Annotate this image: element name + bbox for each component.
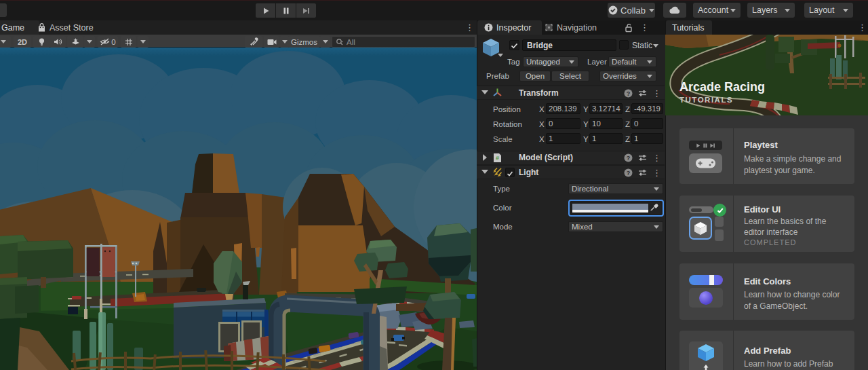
svg-text:?: ? bbox=[627, 90, 631, 97]
svg-text:?: ? bbox=[627, 170, 631, 177]
svg-text:?: ? bbox=[627, 155, 631, 162]
svg-text:#: # bbox=[496, 155, 499, 162]
